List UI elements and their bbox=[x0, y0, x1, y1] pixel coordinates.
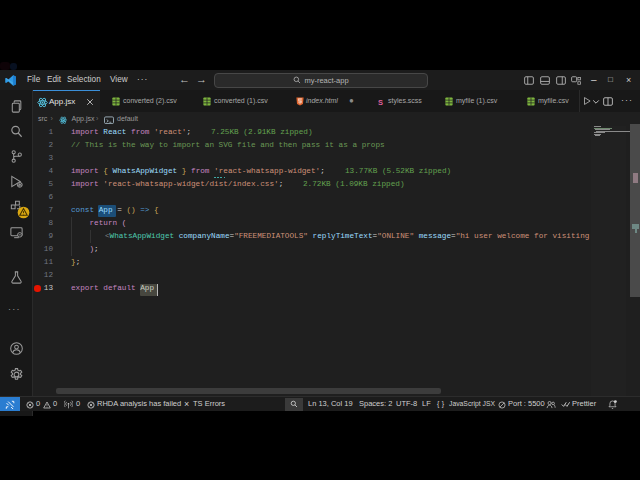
svg-text:S: S bbox=[378, 98, 383, 106]
